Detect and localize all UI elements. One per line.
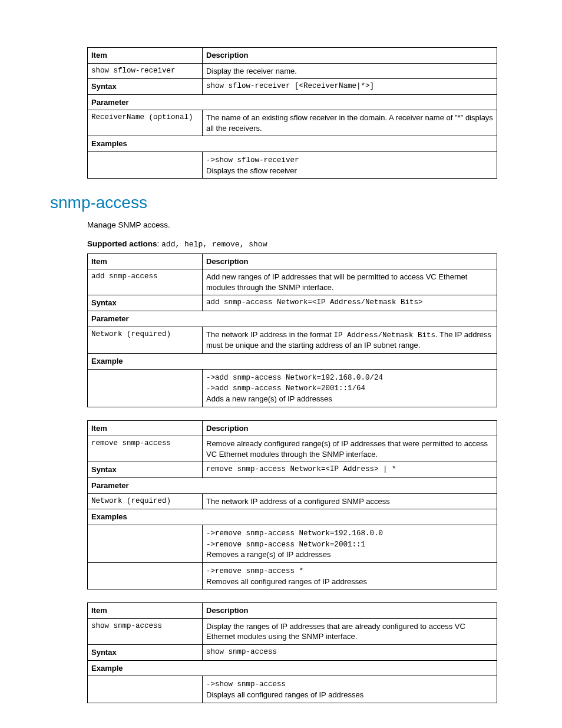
- supported-list: add, help, remove, show: [161, 240, 267, 249]
- cmd-name: add snmp-access: [88, 269, 203, 295]
- example-code-2: ->remove snmp-access *: [206, 567, 303, 575]
- example-text: Displays the sflow receiver: [206, 166, 297, 175]
- param-desc: The name of an existing sflow receiver i…: [203, 110, 497, 136]
- cmd-name: show snmp-access: [88, 618, 203, 644]
- col-item: Item: [88, 420, 203, 436]
- param-name: Network (required): [88, 493, 203, 509]
- example-text-1: Removes a range(s) of IP addresses: [206, 550, 330, 559]
- example-cell-1: ->remove snmp-access Network=192.168.0.0…: [203, 525, 497, 562]
- example-label: Example: [88, 353, 497, 369]
- cmd-name: show sflow-receiver: [88, 63, 203, 79]
- col-item: Item: [88, 48, 203, 64]
- example-text: Adds a new range(s) of IP addresses: [206, 394, 332, 403]
- syntax-value: show snmp-access: [203, 645, 497, 661]
- param-desc: The network IP address of a configured S…: [203, 493, 497, 509]
- section-intro: Manage SNMP access.: [87, 220, 497, 230]
- syntax-value: add snmp-access Network=<IP Address/Netm…: [203, 295, 497, 311]
- examples-label: Examples: [88, 509, 497, 525]
- col-item: Item: [88, 603, 203, 619]
- cmd-desc: Display the ranges of IP addresses that …: [203, 618, 497, 644]
- cmd-desc: Display the receiver name.: [203, 63, 497, 79]
- param-name: Network (required): [88, 327, 203, 353]
- syntax-label: Syntax: [88, 79, 203, 95]
- example-cell: ->show snmp-access Displays all configur…: [203, 676, 497, 703]
- example-empty: [88, 562, 203, 589]
- example-empty: [88, 369, 203, 407]
- example-code-1a: ->remove snmp-access Network=192.168.0.0: [206, 529, 383, 538]
- example-code-2: ->add snmp-access Network=2001::1/64: [206, 384, 365, 393]
- syntax-label: Syntax: [88, 295, 203, 311]
- example-code-1b: ->remove snmp-access Network=2001::1: [206, 541, 365, 549]
- example-cell: ->show sflow-receiver Displays the sflow…: [203, 151, 497, 178]
- param-desc-code: IP Address/Netmask Bits: [334, 331, 436, 340]
- syntax-value: remove snmp-access Network=<IP Address> …: [203, 462, 497, 478]
- example-cell-2: ->remove snmp-access * Removes all confi…: [203, 562, 497, 589]
- syntax-label: Syntax: [88, 645, 203, 661]
- param-name: ReceiverName (optional): [88, 110, 203, 136]
- syntax-label: Syntax: [88, 462, 203, 478]
- table-remove-snmp-access: Item Description remove snmp-access Remo…: [87, 420, 497, 590]
- example-empty: [88, 151, 203, 178]
- example-empty: [88, 676, 203, 703]
- parameter-label: Parameter: [88, 478, 497, 494]
- section-title: snmp-access: [50, 192, 497, 214]
- col-desc: Description: [203, 48, 497, 64]
- col-desc: Description: [203, 420, 497, 436]
- example-cell: ->add snmp-access Network=192.168.0.0/24…: [203, 369, 497, 407]
- example-label: Example: [88, 660, 497, 676]
- col-item: Item: [88, 253, 203, 269]
- example-code: ->show sflow-receiver: [206, 156, 299, 164]
- supported-actions: Supported actions: add, help, remove, sh…: [87, 239, 497, 250]
- table-add-snmp-access: Item Description add snmp-access Add new…: [87, 253, 497, 407]
- example-empty: [88, 525, 203, 562]
- param-desc-pre: The network IP address in the format: [206, 330, 334, 339]
- supported-label: Supported actions: [87, 239, 157, 248]
- col-desc: Description: [203, 603, 497, 619]
- table-sflow-receiver: Item Description show sflow-receiver Dis…: [87, 47, 497, 179]
- col-desc: Description: [203, 253, 497, 269]
- cmd-desc: Add new ranges of IP addresses that will…: [203, 269, 497, 295]
- example-text-2: Removes all configured ranges of IP addr…: [206, 577, 367, 586]
- example-code: ->show snmp-access: [206, 680, 286, 689]
- examples-label: Examples: [88, 136, 497, 152]
- cmd-name: remove snmp-access: [88, 436, 203, 462]
- parameter-label: Parameter: [88, 311, 497, 327]
- table-show-snmp-access: Item Description show snmp-access Displa…: [87, 602, 497, 703]
- param-desc: The network IP address in the format IP …: [203, 327, 497, 353]
- example-text: Displays all configured ranges of IP add…: [206, 690, 363, 699]
- parameter-label: Parameter: [88, 94, 497, 110]
- syntax-value: show sflow-receiver [<ReceiverName|*>]: [203, 79, 497, 95]
- example-code-1: ->add snmp-access Network=192.168.0.0/24: [206, 374, 383, 382]
- cmd-desc: Remove already configured range(s) of IP…: [203, 436, 497, 462]
